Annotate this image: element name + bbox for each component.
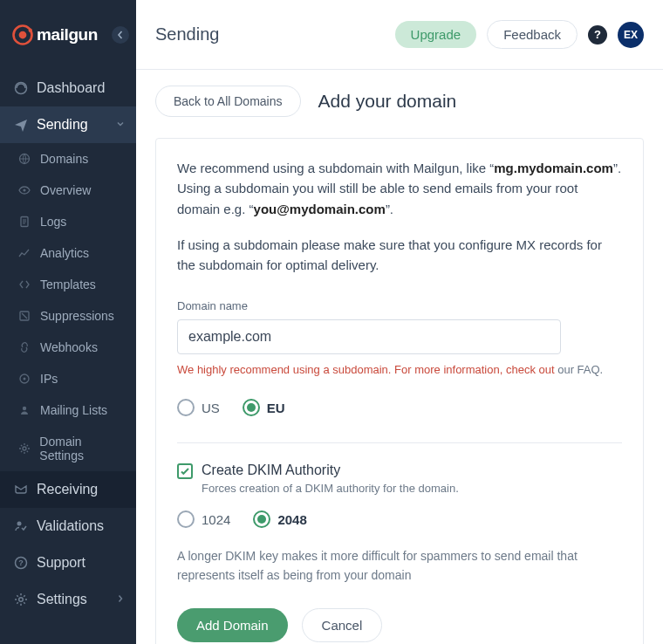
- sidebar-item-label: Webhooks: [40, 340, 98, 354]
- sidebar-nav: Dashboard Sending Domains Overview Logs …: [0, 70, 136, 618]
- sidebar-sub-mailing-lists[interactable]: Mailing Lists: [0, 394, 136, 426]
- region-radio-group: US EU: [177, 399, 622, 416]
- intro-paragraph-1: We recommend using a subdomain with Mail…: [177, 158, 622, 219]
- sidebar-collapse-button[interactable]: [112, 26, 129, 44]
- sidebar-item-settings[interactable]: Settings: [0, 581, 136, 618]
- main-area: Sending Upgrade Feedback ? EX Back to Al…: [136, 0, 663, 644]
- link-icon: [17, 340, 31, 354]
- dkim-authority-checkbox[interactable]: [177, 463, 193, 479]
- chevron-right-icon: [115, 592, 126, 607]
- warning-text: We highly recommend using a subdomain. F…: [177, 363, 555, 376]
- target-icon: [17, 372, 31, 386]
- dkim-length-1024[interactable]: 1024: [177, 510, 230, 528]
- back-to-domains-button[interactable]: Back to All Domains: [155, 86, 301, 117]
- globe-icon: [17, 152, 31, 166]
- svg-point-9: [24, 378, 26, 380]
- inbox-icon: [14, 483, 28, 497]
- sidebar-item-validations[interactable]: Validations: [0, 508, 136, 545]
- gear-icon: [17, 442, 31, 456]
- radio-label: US: [202, 401, 220, 415]
- radio-label: 2048: [277, 512, 306, 527]
- chart-icon: [17, 246, 31, 260]
- sidebar-sub-logs[interactable]: Logs: [0, 206, 136, 237]
- svg-point-1: [19, 31, 27, 39]
- sidebar-item-label: Logs: [40, 215, 66, 229]
- radio-icon: [177, 399, 195, 416]
- sidebar-sub-ips[interactable]: IPs: [0, 363, 136, 394]
- sidebar-sub-overview[interactable]: Overview: [0, 175, 136, 206]
- region-radio-eu[interactable]: EU: [243, 399, 285, 416]
- sidebar-sub-domains[interactable]: Domains: [0, 143, 136, 175]
- header: Sending Upgrade Feedback ? EX: [136, 0, 663, 70]
- avatar[interactable]: EX: [618, 22, 644, 48]
- title-row: Back to All Domains Add your domain: [155, 86, 644, 117]
- app-root: mailgun Dashboard Sending Domains Overvi…: [0, 0, 663, 644]
- region-radio-us[interactable]: US: [177, 399, 220, 416]
- header-title: Sending: [155, 24, 219, 45]
- sidebar-item-sending[interactable]: Sending: [0, 106, 136, 143]
- domain-name-input[interactable]: [177, 319, 561, 354]
- help-icon: ?: [14, 556, 28, 570]
- sidebar-item-label: Dashboard: [37, 80, 105, 96]
- radio-label: 1024: [202, 512, 230, 527]
- sidebar-item-receiving[interactable]: Receiving: [0, 471, 136, 508]
- eye-icon: [17, 183, 31, 197]
- form-button-row: Add Domain Cancel: [177, 608, 622, 642]
- sidebar-sending-sub: Domains Overview Logs Analytics Template…: [0, 143, 136, 471]
- svg-point-15: [19, 598, 24, 602]
- intro-paragraph-2: If using a subdomain please make sure th…: [177, 235, 622, 276]
- file-icon: [17, 215, 31, 229]
- intro-example-email: you@mydomain.com: [254, 202, 386, 216]
- dkim-authority-label: Create DKIM Authority: [202, 462, 459, 478]
- send-icon: [14, 118, 28, 132]
- sidebar-item-dashboard[interactable]: Dashboard: [0, 70, 136, 106]
- content: Back to All Domains Add your domain We r…: [136, 70, 663, 644]
- sidebar: mailgun Dashboard Sending Domains Overvi…: [0, 0, 136, 644]
- svg-point-2: [29, 29, 32, 32]
- svg-point-12: [17, 522, 22, 526]
- faq-link[interactable]: our FAQ.: [555, 363, 604, 376]
- sidebar-item-label: Overview: [40, 183, 91, 197]
- cancel-button[interactable]: Cancel: [302, 608, 383, 642]
- check-icon: [180, 466, 190, 476]
- add-domain-button[interactable]: Add Domain: [177, 608, 288, 642]
- domain-form-card: We recommend using a subdomain with Mail…: [155, 138, 644, 644]
- brand-logo[interactable]: mailgun: [10, 23, 98, 47]
- radio-icon: [243, 399, 260, 416]
- intro-text: We recommend using a subdomain with Mail…: [177, 161, 494, 175]
- user-icon: [17, 403, 31, 417]
- sidebar-item-label: Suppressions: [40, 309, 114, 323]
- sidebar-item-label: Receiving: [37, 482, 98, 497]
- svg-point-10: [23, 407, 26, 410]
- dkim-length-2048[interactable]: 2048: [253, 510, 306, 528]
- page-title: Add your domain: [318, 91, 457, 112]
- gear-icon: [14, 593, 28, 606]
- dkim-authority-help: Forces creation of a DKIM authority for …: [202, 482, 459, 495]
- sidebar-sub-templates[interactable]: Templates: [0, 269, 136, 300]
- sidebar-sub-domain-settings[interactable]: Domain Settings: [0, 426, 136, 471]
- block-icon: [17, 309, 31, 323]
- sidebar-item-label: Domain Settings: [39, 435, 126, 462]
- intro-example-domain: mg.mydomain.com: [494, 161, 613, 175]
- subdomain-warning: We highly recommend using a subdomain. F…: [177, 363, 622, 376]
- sidebar-item-label: Sending: [37, 117, 88, 133]
- help-button[interactable]: ?: [588, 25, 607, 45]
- upgrade-button[interactable]: Upgrade: [395, 21, 477, 48]
- svg-text:?: ?: [18, 558, 24, 567]
- sidebar-sub-suppressions[interactable]: Suppressions: [0, 300, 136, 332]
- check-user-icon: [14, 519, 28, 533]
- sidebar-item-label: IPs: [40, 372, 58, 386]
- sidebar-item-label: Mailing Lists: [40, 403, 107, 417]
- brand-mark-icon: [10, 23, 35, 47]
- chevron-left-icon: [116, 31, 125, 39]
- sidebar-sub-webhooks[interactable]: Webhooks: [0, 332, 136, 363]
- feedback-button[interactable]: Feedback: [487, 20, 578, 49]
- sidebar-item-label: Validations: [37, 518, 104, 534]
- dashboard-icon: [14, 81, 28, 95]
- sidebar-item-label: Settings: [37, 592, 87, 607]
- dkim-authority-row: Create DKIM Authority Forces creation of…: [177, 462, 622, 495]
- logo-row: mailgun: [0, 0, 136, 70]
- sidebar-sub-analytics[interactable]: Analytics: [0, 237, 136, 269]
- radio-icon: [177, 510, 195, 528]
- sidebar-item-support[interactable]: ? Support: [0, 545, 136, 581]
